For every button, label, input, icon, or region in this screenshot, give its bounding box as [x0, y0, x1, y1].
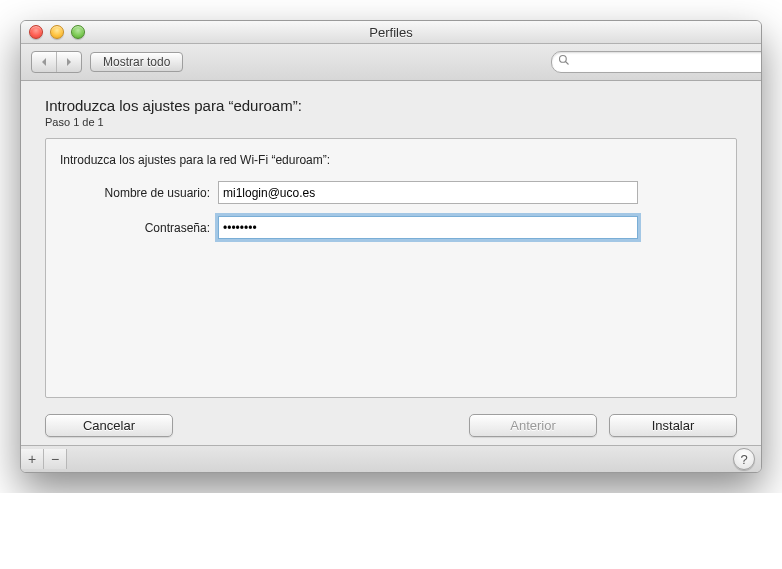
- svg-point-0: [560, 56, 567, 63]
- back-button[interactable]: [32, 52, 56, 72]
- password-row: Contraseña:: [60, 216, 722, 239]
- username-row: Nombre de usuario:: [60, 181, 722, 204]
- forward-button[interactable]: [56, 52, 81, 72]
- install-button[interactable]: Instalar: [609, 414, 737, 437]
- remove-button[interactable]: −: [44, 449, 67, 469]
- footer: + − ?: [21, 445, 761, 472]
- zoom-icon[interactable]: [71, 25, 85, 39]
- search-input[interactable]: [551, 51, 762, 73]
- profiles-window: Perfiles Mostrar todo Introduzca los aju…: [20, 20, 762, 473]
- nav-segmented: [31, 51, 82, 73]
- close-icon[interactable]: [29, 25, 43, 39]
- titlebar: Perfiles: [21, 21, 761, 44]
- toolbar: Mostrar todo: [21, 44, 761, 81]
- show-all-button[interactable]: Mostrar todo: [90, 52, 183, 72]
- page-heading: Introduzca los ajustes para “eduroam”:: [45, 97, 737, 114]
- cancel-button[interactable]: Cancelar: [45, 414, 173, 437]
- panel-instruction: Introduzca los ajustes para la red Wi-Fi…: [60, 153, 722, 167]
- chevron-right-icon: [65, 58, 73, 66]
- content-area: Introduzca los ajustes para “eduroam”: P…: [21, 81, 761, 445]
- minimize-icon[interactable]: [50, 25, 64, 39]
- password-label: Contraseña:: [60, 221, 218, 235]
- button-row: Cancelar Anterior Instalar: [45, 414, 737, 437]
- search-icon: [558, 54, 570, 66]
- window-title: Perfiles: [21, 25, 761, 40]
- help-button[interactable]: ?: [733, 448, 755, 470]
- svg-line-1: [566, 62, 569, 65]
- search-field: [551, 51, 751, 73]
- settings-panel: Introduzca los ajustes para la red Wi-Fi…: [45, 138, 737, 398]
- password-input[interactable]: [218, 216, 638, 239]
- previous-button[interactable]: Anterior: [469, 414, 597, 437]
- add-button[interactable]: +: [21, 449, 44, 469]
- username-input[interactable]: [218, 181, 638, 204]
- username-label: Nombre de usuario:: [60, 186, 218, 200]
- step-indicator: Paso 1 de 1: [45, 116, 737, 128]
- traffic-lights: [21, 25, 85, 39]
- chevron-left-icon: [40, 58, 48, 66]
